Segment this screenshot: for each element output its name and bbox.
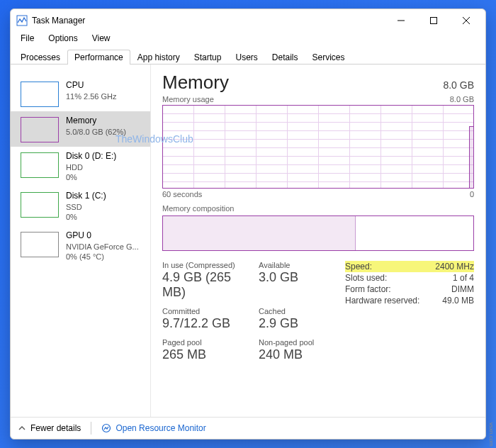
nonpaged-value: 240 MB — [259, 347, 332, 362]
sidebar-cpu-sub: 11% 2.56 GHz — [66, 91, 117, 101]
inuse-value: 4.9 GB (265 MB) — [162, 270, 253, 300]
menu-view[interactable]: View — [86, 32, 116, 45]
tab-processes[interactable]: Processes — [13, 50, 67, 65]
paged-value: 265 MB — [162, 347, 253, 362]
memory-thumb — [21, 117, 59, 142]
usage-label: Memory usage — [162, 95, 214, 103]
info-speed-row: Speed: 2400 MHz — [345, 261, 474, 272]
hw-key: Hardware reserved: — [345, 296, 419, 306]
menubar: File Options View — [11, 32, 485, 47]
cached-label: Cached — [259, 307, 332, 315]
committed-label: Committed — [162, 307, 253, 315]
fewer-details-button[interactable]: Fewer details — [18, 423, 81, 433]
sidebar-gpu-sub2: 0% (45 °C) — [66, 252, 139, 262]
tab-app-history[interactable]: App history — [130, 50, 187, 65]
xaxis-right: 0 — [470, 190, 474, 198]
sidebar-disk0-title: Disk 0 (D: E:) — [66, 151, 116, 162]
disk1-thumb — [21, 192, 59, 218]
tab-startup[interactable]: Startup — [187, 50, 229, 65]
sidebar-gpu-title: GPU 0 — [66, 230, 139, 242]
tab-users[interactable]: Users — [228, 50, 264, 65]
disk0-thumb — [21, 152, 59, 178]
hw-value: 49.0 MB — [442, 296, 474, 306]
info-form-row: Form factor: DIMM — [345, 284, 474, 295]
close-button[interactable] — [450, 10, 483, 31]
cached-value: 2.9 GB — [259, 316, 332, 331]
slots-key: Slots used: — [345, 273, 387, 283]
source-url-text: vsxn.com — [488, 422, 495, 447]
open-resource-monitor-link[interactable]: Open Resource Monitor — [101, 423, 205, 433]
sidebar-mem-sub: 5.0/8.0 GB (62%) — [66, 127, 126, 137]
composition-used — [163, 216, 356, 250]
memory-total: 8.0 GB — [443, 79, 474, 91]
chevron-up-icon — [18, 424, 26, 432]
usage-spike — [469, 126, 473, 188]
tab-performance[interactable]: Performance — [67, 50, 130, 65]
page-title: Memory — [162, 72, 229, 94]
gpu-thumb — [21, 232, 59, 257]
xaxis-left: 60 seconds — [162, 190, 202, 198]
maximize-button[interactable] — [417, 10, 450, 31]
sidebar-item-gpu[interactable]: GPU 0 NVIDIA GeForce G... 0% (45 °C) — [11, 226, 150, 266]
slots-value: 1 of 4 — [453, 273, 474, 283]
sidebar-cpu-title: CPU — [66, 80, 117, 91]
tabbar: Processes Performance App history Startu… — [11, 47, 485, 65]
body: CPU 11% 2.56 GHz Memory 5.0/8.0 GB (62%)… — [11, 65, 485, 417]
footer-divider — [91, 422, 91, 435]
menu-file[interactable]: File — [15, 32, 40, 45]
inuse-label: In use (Compressed) — [162, 261, 253, 269]
speed-value: 2400 MHz — [435, 262, 474, 271]
sidebar-mem-title: Memory — [66, 116, 126, 127]
sidebar-item-memory[interactable]: Memory 5.0/8.0 GB (62%) — [11, 111, 150, 147]
window-title: Task Manager — [32, 16, 85, 26]
menu-options[interactable]: Options — [43, 32, 83, 45]
titlebar[interactable]: Task Manager — [11, 9, 485, 32]
sidebar-item-cpu[interactable]: CPU 11% 2.56 GHz — [11, 76, 150, 111]
main-panel: Memory 8.0 GB Memory usage 8.0 GB 60 sec… — [151, 65, 485, 417]
sidebar[interactable]: CPU 11% 2.56 GHz Memory 5.0/8.0 GB (62%)… — [11, 65, 151, 417]
info-hw-row: Hardware reserved: 49.0 MB — [345, 295, 474, 306]
available-label: Available — [259, 261, 332, 269]
sidebar-item-disk0[interactable]: Disk 0 (D: E:) HDD 0% — [11, 147, 150, 186]
footer: Fewer details Open Resource Monitor — [11, 417, 485, 439]
sidebar-disk1-sub1: SSD — [66, 202, 106, 212]
sidebar-disk0-sub2: 0% — [66, 172, 116, 182]
tab-details[interactable]: Details — [265, 50, 305, 65]
task-manager-window: Task Manager File Options View Processes… — [10, 9, 486, 439]
available-value: 3.0 GB — [259, 270, 332, 285]
paged-label: Paged pool — [162, 338, 253, 347]
usage-max: 8.0 GB — [450, 95, 474, 103]
form-key: Form factor: — [345, 284, 391, 294]
open-resource-monitor-label: Open Resource Monitor — [115, 423, 205, 433]
memory-usage-chart[interactable] — [162, 105, 474, 189]
tab-services[interactable]: Services — [305, 50, 352, 65]
speed-key: Speed: — [345, 262, 372, 271]
resource-monitor-icon — [101, 423, 111, 433]
svg-rect-2 — [431, 18, 437, 24]
nonpaged-label: Non-paged pool — [259, 338, 332, 347]
sidebar-disk1-sub2: 0% — [66, 212, 106, 222]
app-icon — [16, 15, 28, 26]
info-slots-row: Slots used: 1 of 4 — [345, 272, 474, 284]
minimize-button[interactable] — [385, 10, 417, 31]
sidebar-disk0-sub1: HDD — [66, 162, 116, 172]
stats-block: In use (Compressed) 4.9 GB (265 MB) Avai… — [162, 261, 474, 369]
composition-free — [356, 216, 473, 250]
memory-composition-bar[interactable] — [162, 215, 474, 251]
sidebar-disk1-title: Disk 1 (C:) — [66, 191, 106, 202]
fewer-details-label: Fewer details — [30, 423, 81, 433]
cpu-thumb — [21, 82, 59, 107]
composition-label: Memory composition — [162, 204, 474, 213]
sidebar-gpu-sub1: NVIDIA GeForce G... — [66, 242, 139, 252]
sidebar-item-disk1[interactable]: Disk 1 (C:) SSD 0% — [11, 186, 150, 226]
form-value: DIMM — [451, 284, 474, 294]
committed-value: 9.7/12.2 GB — [162, 316, 253, 331]
